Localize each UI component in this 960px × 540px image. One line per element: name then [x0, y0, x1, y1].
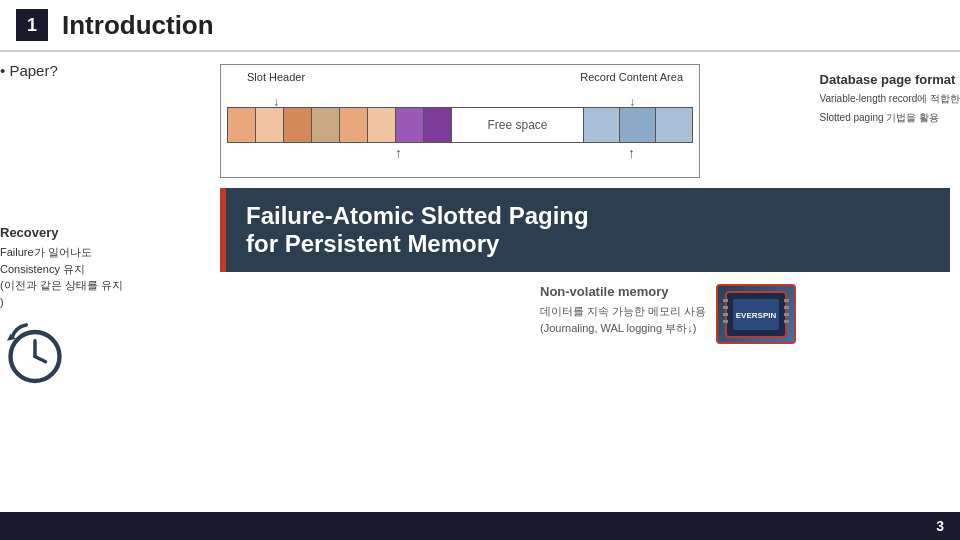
big-title-box: Failure-Atomic Slotted Paging for Persis… [226, 188, 950, 272]
bottom-arrow-left-icon: ↑ [395, 145, 402, 161]
slot-cell-7 [396, 108, 424, 142]
record-content-arrow-icon: ↓ [629, 95, 635, 109]
svg-rect-12 [784, 313, 789, 316]
svg-rect-8 [723, 313, 728, 316]
free-space-cell: Free space [452, 108, 584, 142]
recovery-section: Recovery Failure가 일어나도 Consistency 유지 (이… [0, 225, 220, 392]
db-format-desc-2: Slotted paging 기법을 활용 [820, 110, 960, 125]
recovery-desc-line4: ) [0, 294, 220, 311]
slot-header-label: Slot Header [247, 71, 305, 83]
svg-text:EVERSPIN: EVERSPIN [736, 311, 777, 320]
svg-rect-13 [784, 320, 789, 323]
nvm-bottom-section: Non-volatile memory 데이터를 지속 가능한 메모리 사용 (… [220, 284, 960, 344]
page-title: Introduction [62, 10, 214, 41]
svg-rect-6 [723, 299, 728, 302]
left-panel: • Paper? Recovery Failure가 일어나도 Consiste… [0, 52, 220, 512]
record-cell-2 [620, 108, 656, 142]
right-panel: Slot Header Record Content Area ↓ ↓ [220, 52, 960, 512]
big-title-line1: Failure-Atomic Slotted Paging [246, 202, 930, 230]
free-space-label: Free space [487, 118, 547, 132]
big-title-line2: for Persistent Memory [246, 230, 930, 258]
paper-label: • Paper? [0, 62, 220, 79]
db-format-desc-1: Variable-length record에 적합한 [820, 91, 960, 106]
nvm-desc-2: (Journaling, WAL logging 부하↓) [540, 320, 706, 337]
slot-cell-2 [256, 108, 284, 142]
svg-line-2 [35, 357, 46, 362]
svg-rect-11 [784, 306, 789, 309]
page-number: 3 [936, 518, 944, 534]
big-title-container: Failure-Atomic Slotted Paging for Persis… [220, 188, 950, 272]
record-content-label: Record Content Area [580, 71, 683, 83]
db-format-section: Database page format Variable-length rec… [820, 72, 960, 125]
record-cell-3 [656, 108, 692, 142]
slot-cell-4 [312, 108, 340, 142]
header-bar: 1 Introduction [0, 0, 960, 52]
bottom-arrow-right-icon: ↑ [628, 145, 635, 161]
slide-number: 1 [16, 9, 48, 41]
footer: 3 [0, 512, 960, 540]
nvm-text: Non-volatile memory 데이터를 지속 가능한 메모리 사용 (… [540, 284, 706, 336]
content-row: • Paper? Recovery Failure가 일어나도 Consiste… [0, 52, 960, 512]
svg-rect-7 [723, 306, 728, 309]
slot-cell-8 [424, 108, 452, 142]
chip-svg: EVERSPIN [721, 287, 791, 342]
recovery-title: Recovery [0, 225, 220, 240]
recovery-desc-line2: Consistency 유지 [0, 261, 220, 278]
nvm-section: Non-volatile memory 데이터를 지속 가능한 메모리 사용 (… [540, 284, 796, 344]
recovery-desc-line3: (이전과 같은 상태를 유지 [0, 277, 220, 294]
nvm-chip-icon: EVERSPIN [716, 284, 796, 344]
svg-rect-9 [723, 320, 728, 323]
slot-cell-5 [340, 108, 368, 142]
nvm-title: Non-volatile memory [540, 284, 706, 299]
svg-rect-10 [784, 299, 789, 302]
db-format-title: Database page format [820, 72, 960, 87]
slot-cell-6 [368, 108, 396, 142]
slot-cell-3 [284, 108, 312, 142]
nvm-desc-1: 데이터를 지속 가능한 메모리 사용 [540, 303, 706, 320]
slot-cell-1 [228, 108, 256, 142]
slot-header-arrow-icon: ↓ [273, 95, 279, 109]
record-cell-1 [584, 108, 620, 142]
recovery-clock-icon [0, 318, 70, 388]
recovery-desc-line1: Failure가 일어나도 [0, 244, 220, 261]
